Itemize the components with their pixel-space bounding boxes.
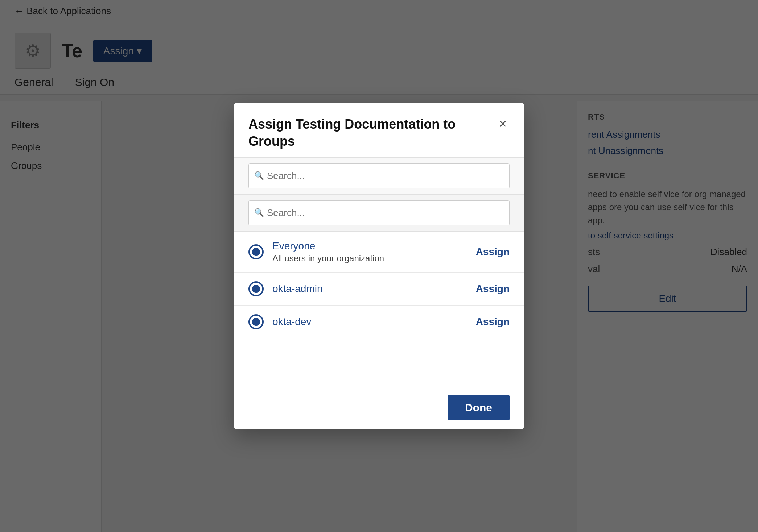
- modal-footer: Done: [234, 386, 524, 429]
- search-icon-2: 🔍: [254, 208, 264, 217]
- group-info-okta-dev: okta-dev: [272, 316, 476, 328]
- group-info-okta-admin: okta-admin: [272, 283, 476, 295]
- group-list: Everyone All users in your organization …: [234, 232, 524, 386]
- done-button[interactable]: Done: [448, 395, 510, 420]
- group-name-okta-dev[interactable]: okta-dev: [272, 316, 476, 328]
- modal-title: Assign Testing Documentation to Groups: [248, 116, 495, 150]
- empty-space: [234, 338, 524, 386]
- group-row-okta-dev: okta-dev Assign: [234, 306, 524, 338]
- search-wrapper-2: 🔍: [248, 200, 510, 225]
- radio-everyone[interactable]: [248, 244, 264, 259]
- close-button[interactable]: ×: [496, 116, 510, 132]
- group-row-everyone: Everyone All users in your organization …: [234, 232, 524, 273]
- assign-button-okta-dev[interactable]: Assign: [476, 316, 510, 328]
- search-wrapper-1: 🔍: [248, 163, 510, 188]
- group-name-okta-admin[interactable]: okta-admin: [272, 283, 476, 295]
- modal-header: Assign Testing Documentation to Groups ×: [234, 103, 524, 157]
- group-info-everyone: Everyone All users in your organization: [272, 240, 476, 263]
- search-section-2: 🔍: [234, 195, 524, 232]
- assign-button-okta-admin[interactable]: Assign: [476, 283, 510, 295]
- search-input-2[interactable]: [248, 200, 510, 225]
- radio-okta-admin[interactable]: [248, 281, 264, 296]
- search-section-1: 🔍: [234, 157, 524, 195]
- assign-button-everyone[interactable]: Assign: [476, 246, 510, 258]
- group-desc-everyone: All users in your organization: [272, 253, 476, 263]
- radio-okta-dev[interactable]: [248, 314, 264, 329]
- group-name-everyone[interactable]: Everyone: [272, 240, 476, 252]
- search-icon-1: 🔍: [254, 171, 264, 180]
- group-row-okta-admin: okta-admin Assign: [234, 273, 524, 306]
- search-input-1[interactable]: [248, 163, 510, 188]
- assign-groups-modal: Assign Testing Documentation to Groups ×…: [234, 103, 524, 429]
